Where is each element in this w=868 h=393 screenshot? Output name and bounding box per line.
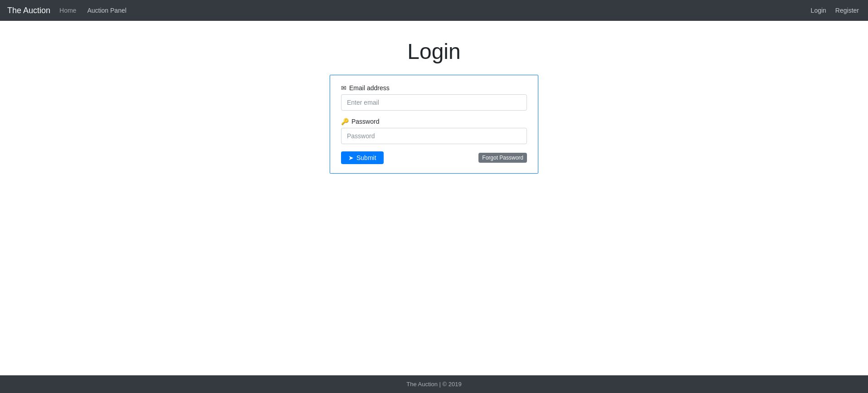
footer-text: The Auction | © 2019 (406, 381, 461, 388)
nav-right: Login Register (809, 5, 861, 16)
email-label: ✉ Email address (341, 84, 527, 92)
navbar: The Auction Home Auction Panel Login Reg… (0, 0, 868, 21)
password-label-text: Password (351, 118, 379, 125)
footer: The Auction | © 2019 (0, 375, 868, 393)
nav-link-register[interactable]: Register (834, 5, 861, 16)
nav-brand[interactable]: The Auction (7, 6, 50, 15)
email-input[interactable] (341, 94, 527, 111)
password-form-group: 🔑 Password (341, 118, 527, 144)
email-icon: ✉ (341, 84, 346, 92)
submit-button[interactable]: ➤ Submit (341, 151, 384, 164)
submit-icon: ➤ (348, 154, 354, 161)
email-form-group: ✉ Email address (341, 84, 527, 111)
nav-link-auction-panel[interactable]: Auction Panel (85, 5, 128, 16)
password-input[interactable] (341, 128, 527, 144)
login-card: ✉ Email address 🔑 Password ➤ Submit Forg… (330, 75, 538, 174)
nav-link-home[interactable]: Home (58, 5, 78, 16)
key-icon: 🔑 (341, 118, 349, 125)
form-actions: ➤ Submit Forgot Password (341, 151, 527, 164)
email-label-text: Email address (349, 84, 390, 92)
password-label: 🔑 Password (341, 118, 527, 125)
forgot-password-button[interactable]: Forgot Password (478, 153, 527, 163)
main-content: Login ✉ Email address 🔑 Password ➤ Submi… (0, 21, 868, 375)
nav-left: The Auction Home Auction Panel (7, 5, 128, 16)
page-title: Login (407, 39, 460, 64)
nav-link-login[interactable]: Login (809, 5, 828, 16)
submit-label: Submit (356, 154, 376, 161)
